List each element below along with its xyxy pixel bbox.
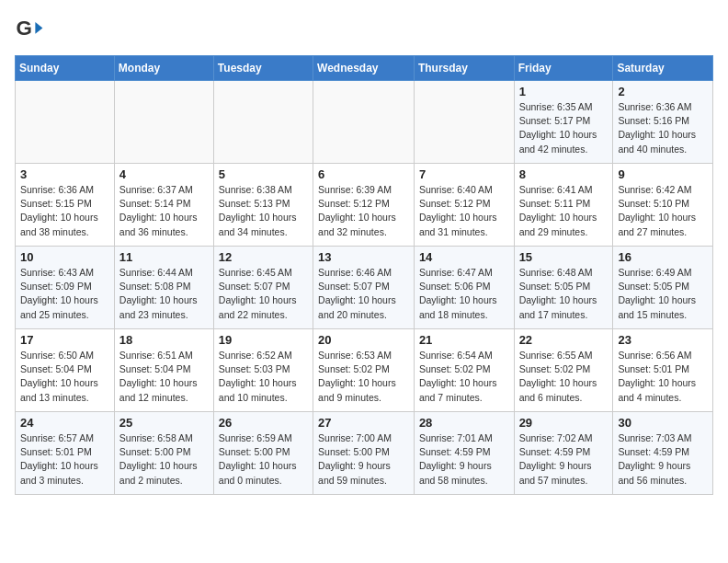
- week-row-5: 24Sunrise: 6:57 AMSunset: 5:01 PMDayligh…: [16, 412, 713, 495]
- day-cell: 4Sunrise: 6:37 AMSunset: 5:14 PMDaylight…: [114, 164, 213, 247]
- day-info: Sunrise: 6:43 AMSunset: 5:09 PMDaylight:…: [20, 266, 109, 322]
- day-cell: 17Sunrise: 6:50 AMSunset: 5:04 PMDayligh…: [16, 329, 115, 412]
- day-cell: 10Sunrise: 6:43 AMSunset: 5:09 PMDayligh…: [16, 247, 115, 329]
- calendar-table: SundayMondayTuesdayWednesdayThursdayFrid…: [15, 55, 713, 495]
- day-number: 24: [20, 416, 109, 430]
- calendar-header: SundayMondayTuesdayWednesdayThursdayFrid…: [16, 56, 713, 81]
- day-info: Sunrise: 6:44 AMSunset: 5:08 PMDaylight:…: [119, 266, 209, 322]
- calendar-body: 1Sunrise: 6:35 AMSunset: 5:17 PMDaylight…: [16, 81, 713, 495]
- day-number: 14: [419, 250, 509, 264]
- day-cell: 21Sunrise: 6:54 AMSunset: 5:02 PMDayligh…: [414, 329, 514, 412]
- day-number: 2: [618, 85, 708, 98]
- day-cell: 15Sunrise: 6:48 AMSunset: 5:05 PMDayligh…: [514, 247, 613, 329]
- day-cell: 11Sunrise: 6:44 AMSunset: 5:08 PMDayligh…: [114, 247, 213, 329]
- day-cell: 25Sunrise: 6:58 AMSunset: 5:00 PMDayligh…: [114, 412, 213, 495]
- day-cell: [414, 81, 514, 164]
- day-info: Sunrise: 6:40 AMSunset: 5:12 PMDaylight:…: [419, 183, 509, 239]
- day-cell: 3Sunrise: 6:36 AMSunset: 5:15 PMDaylight…: [16, 164, 115, 247]
- day-cell: 8Sunrise: 6:41 AMSunset: 5:11 PMDaylight…: [514, 164, 613, 247]
- day-cell: [213, 81, 313, 164]
- day-info: Sunrise: 6:45 AMSunset: 5:07 PMDaylight:…: [219, 266, 308, 322]
- day-cell: 13Sunrise: 6:46 AMSunset: 5:07 PMDayligh…: [313, 247, 415, 329]
- day-info: Sunrise: 7:00 AMSunset: 5:00 PMDaylight:…: [318, 431, 409, 488]
- week-row-3: 10Sunrise: 6:43 AMSunset: 5:09 PMDayligh…: [16, 247, 713, 329]
- day-number: 23: [618, 333, 708, 347]
- day-number: 13: [318, 250, 409, 264]
- day-number: 12: [219, 250, 308, 264]
- day-info: Sunrise: 7:02 AMSunset: 4:59 PMDaylight:…: [519, 431, 609, 488]
- day-number: 10: [20, 250, 109, 264]
- weekday-header-friday: Friday: [514, 56, 613, 81]
- logo: G: [15, 15, 50, 44]
- day-cell: [313, 81, 415, 164]
- day-number: 29: [519, 416, 609, 430]
- day-info: Sunrise: 7:03 AMSunset: 4:59 PMDaylight:…: [618, 431, 708, 488]
- weekday-row: SundayMondayTuesdayWednesdayThursdayFrid…: [16, 56, 713, 81]
- day-cell: 9Sunrise: 6:42 AMSunset: 5:10 PMDaylight…: [613, 164, 713, 247]
- day-info: Sunrise: 6:47 AMSunset: 5:06 PMDaylight:…: [419, 266, 509, 322]
- day-number: 19: [219, 333, 308, 347]
- day-info: Sunrise: 6:55 AMSunset: 5:02 PMDaylight:…: [519, 349, 609, 405]
- day-number: 8: [519, 167, 609, 181]
- day-info: Sunrise: 6:58 AMSunset: 5:00 PMDaylight:…: [119, 431, 209, 488]
- day-cell: 22Sunrise: 6:55 AMSunset: 5:02 PMDayligh…: [514, 329, 613, 412]
- day-number: 15: [519, 250, 609, 264]
- day-cell: [16, 81, 115, 164]
- day-info: Sunrise: 6:54 AMSunset: 5:02 PMDaylight:…: [419, 349, 509, 405]
- day-info: Sunrise: 6:36 AMSunset: 5:15 PMDaylight:…: [20, 183, 109, 239]
- weekday-header-sunday: Sunday: [16, 56, 115, 81]
- logo-icon: G: [15, 15, 44, 44]
- day-info: Sunrise: 6:53 AMSunset: 5:02 PMDaylight:…: [318, 349, 409, 405]
- week-row-4: 17Sunrise: 6:50 AMSunset: 5:04 PMDayligh…: [16, 329, 713, 412]
- day-info: Sunrise: 6:38 AMSunset: 5:13 PMDaylight:…: [219, 183, 308, 239]
- day-info: Sunrise: 6:50 AMSunset: 5:04 PMDaylight:…: [20, 349, 109, 405]
- day-info: Sunrise: 6:35 AMSunset: 5:17 PMDaylight:…: [519, 100, 609, 156]
- day-number: 11: [119, 250, 209, 264]
- day-info: Sunrise: 6:36 AMSunset: 5:16 PMDaylight:…: [618, 100, 708, 156]
- day-info: Sunrise: 6:37 AMSunset: 5:14 PMDaylight:…: [119, 183, 209, 239]
- day-cell: 23Sunrise: 6:56 AMSunset: 5:01 PMDayligh…: [613, 329, 713, 412]
- day-cell: 26Sunrise: 6:59 AMSunset: 5:00 PMDayligh…: [213, 412, 313, 495]
- day-number: 20: [318, 333, 409, 347]
- day-cell: 14Sunrise: 6:47 AMSunset: 5:06 PMDayligh…: [414, 247, 514, 329]
- day-number: 17: [20, 333, 109, 347]
- day-number: 4: [119, 167, 209, 181]
- day-number: 1: [519, 85, 609, 98]
- day-number: 16: [618, 250, 708, 264]
- day-number: 6: [318, 167, 409, 181]
- day-cell: 7Sunrise: 6:40 AMSunset: 5:12 PMDaylight…: [414, 164, 514, 247]
- day-cell: 1Sunrise: 6:35 AMSunset: 5:17 PMDaylight…: [514, 81, 613, 164]
- day-cell: 27Sunrise: 7:00 AMSunset: 5:00 PMDayligh…: [313, 412, 415, 495]
- day-info: Sunrise: 6:52 AMSunset: 5:03 PMDaylight:…: [219, 349, 308, 405]
- day-cell: 6Sunrise: 6:39 AMSunset: 5:12 PMDaylight…: [313, 164, 415, 247]
- svg-text:G: G: [17, 17, 32, 40]
- day-number: 3: [20, 167, 109, 181]
- day-info: Sunrise: 6:51 AMSunset: 5:04 PMDaylight:…: [119, 349, 209, 405]
- day-number: 27: [318, 416, 409, 430]
- day-info: Sunrise: 7:01 AMSunset: 4:59 PMDaylight:…: [419, 431, 509, 488]
- day-info: Sunrise: 6:49 AMSunset: 5:05 PMDaylight:…: [618, 266, 708, 322]
- svg-marker-1: [35, 22, 42, 34]
- day-cell: 12Sunrise: 6:45 AMSunset: 5:07 PMDayligh…: [213, 247, 313, 329]
- day-number: 18: [119, 333, 209, 347]
- day-info: Sunrise: 6:57 AMSunset: 5:01 PMDaylight:…: [20, 431, 109, 488]
- day-info: Sunrise: 6:59 AMSunset: 5:00 PMDaylight:…: [219, 431, 308, 488]
- weekday-header-thursday: Thursday: [414, 56, 514, 81]
- day-cell: 2Sunrise: 6:36 AMSunset: 5:16 PMDaylight…: [613, 81, 713, 164]
- day-number: 30: [618, 416, 708, 430]
- day-info: Sunrise: 6:48 AMSunset: 5:05 PMDaylight:…: [519, 266, 609, 322]
- day-info: Sunrise: 6:56 AMSunset: 5:01 PMDaylight:…: [618, 349, 708, 405]
- day-number: 5: [219, 167, 308, 181]
- day-cell: 18Sunrise: 6:51 AMSunset: 5:04 PMDayligh…: [114, 329, 213, 412]
- day-cell: [114, 81, 213, 164]
- day-number: 21: [419, 333, 509, 347]
- weekday-header-tuesday: Tuesday: [213, 56, 313, 81]
- day-cell: 16Sunrise: 6:49 AMSunset: 5:05 PMDayligh…: [613, 247, 713, 329]
- weekday-header-monday: Monday: [114, 56, 213, 81]
- day-info: Sunrise: 6:41 AMSunset: 5:11 PMDaylight:…: [519, 183, 609, 239]
- week-row-2: 3Sunrise: 6:36 AMSunset: 5:15 PMDaylight…: [16, 164, 713, 247]
- day-cell: 29Sunrise: 7:02 AMSunset: 4:59 PMDayligh…: [514, 412, 613, 495]
- weekday-header-saturday: Saturday: [613, 56, 713, 81]
- day-number: 22: [519, 333, 609, 347]
- day-cell: 28Sunrise: 7:01 AMSunset: 4:59 PMDayligh…: [414, 412, 514, 495]
